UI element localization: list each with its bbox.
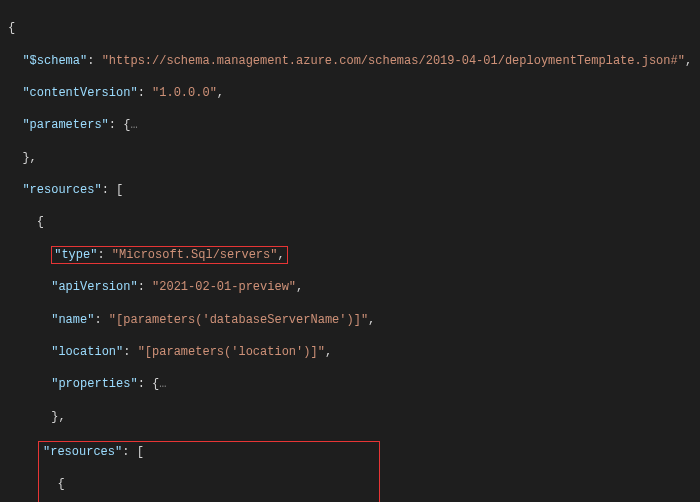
key-inner-resources: "resources" xyxy=(43,445,122,459)
brace-open: { xyxy=(8,21,15,35)
highlight-nested-resources: "resources": [ { "type": "firewallrules"… xyxy=(38,441,380,502)
key-apiVersion: "apiVersion" xyxy=(51,280,137,294)
key-schema: "$schema" xyxy=(22,54,87,68)
key-resources: "resources" xyxy=(22,183,101,197)
key-parameters: "parameters" xyxy=(22,118,108,132)
key-properties: "properties" xyxy=(51,377,137,391)
key-location: "location" xyxy=(51,345,123,359)
key-name: "name" xyxy=(51,313,94,327)
val-contentVersion: "1.0.0.0" xyxy=(152,86,217,100)
val-schema: "https://schema.management.azure.com/sch… xyxy=(102,54,685,68)
code-editor[interactable]: { "$schema": "https://schema.management.… xyxy=(0,0,700,502)
highlight-type-outer: "type": "Microsoft.Sql/servers", xyxy=(51,246,287,264)
key-contentVersion: "contentVersion" xyxy=(22,86,137,100)
